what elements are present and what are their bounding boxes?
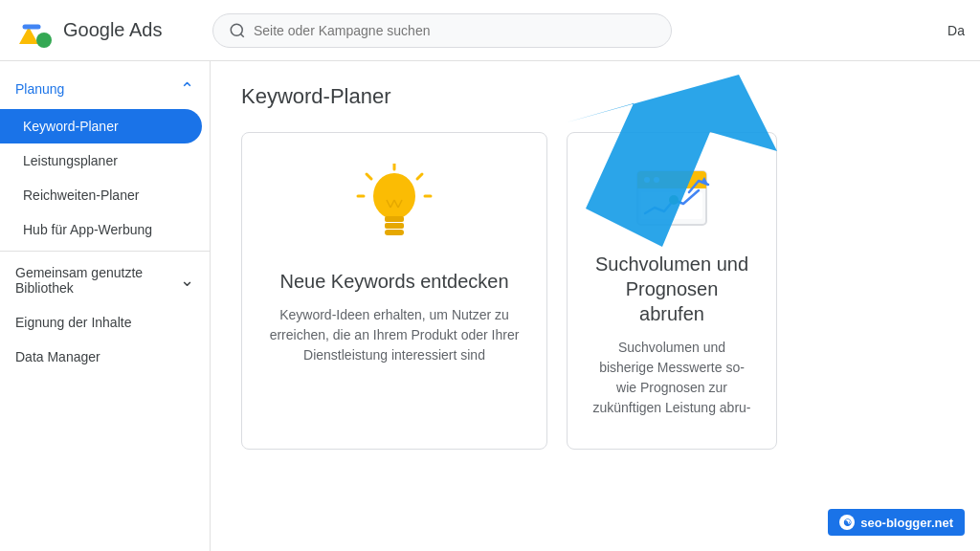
search-input[interactable]	[254, 23, 656, 38]
svg-point-26	[669, 195, 679, 205]
sidebar-item-hub-app-werbung[interactable]: Hub für App-Werbung	[0, 212, 202, 247]
card2-desc: Suchvolumen und bisherige Messwerte so- …	[590, 338, 753, 418]
sidebar-divider-1	[0, 251, 210, 252]
page-title: Keyword-Planer	[241, 84, 949, 109]
card-suchvolumen[interactable]: Suchvolumen und Prognosen abrufen Suchvo…	[567, 132, 777, 450]
card2-title: Suchvolumen und Prognosen abrufen	[590, 252, 753, 326]
search-bar[interactable]	[212, 13, 672, 48]
sidebar-data-manager-section[interactable]: Data Manager	[0, 340, 210, 374]
sidebar-content-label: Eignung der Inhalte	[15, 315, 194, 330]
svg-line-10	[417, 174, 422, 179]
search-icon	[229, 22, 246, 39]
sidebar-data-manager-label: Data Manager	[15, 349, 194, 364]
sidebar: Planung ⌃ Keyword-Planer Leistungsplaner…	[0, 61, 211, 551]
logo-text: Google Ads	[63, 19, 162, 41]
svg-rect-15	[385, 230, 404, 235]
logo-area: Google Ads	[15, 11, 197, 50]
svg-rect-14	[385, 223, 404, 229]
svg-point-1	[36, 33, 52, 48]
svg-rect-13	[385, 216, 404, 222]
card1-icon	[356, 164, 433, 253]
sidebar-library-section[interactable]: Gemeinsam genutzte Bibliothek ⌄	[0, 255, 210, 305]
card1-title: Neue Keywords entdecken	[279, 269, 508, 294]
watermark-icon: ☯	[839, 515, 855, 530]
main-layout: Planung ⌃ Keyword-Planer Leistungsplaner…	[0, 61, 980, 551]
sidebar-item-leistungsplaner[interactable]: Leistungsplaner	[0, 143, 202, 178]
svg-point-23	[644, 177, 650, 183]
svg-line-4	[240, 33, 243, 36]
card-neue-keywords[interactable]: Neue Keywords entdecken Keyword-Ideen er…	[241, 132, 547, 450]
watermark-text: seo-blogger.net	[860, 516, 953, 530]
card2-icon	[634, 164, 710, 236]
chevron-up-icon: ⌃	[180, 78, 194, 99]
topbar-right: Da	[947, 23, 965, 38]
svg-marker-0	[19, 27, 38, 44]
google-ads-logo-icon	[15, 11, 54, 50]
chart-icon	[634, 164, 710, 232]
chevron-down-icon: ⌄	[180, 270, 194, 291]
sidebar-item-keyword-planer[interactable]: Keyword-Planer	[0, 109, 202, 143]
main-content: Keyword-Planer	[211, 61, 980, 551]
watermark: ☯ seo-blogger.net	[828, 509, 965, 536]
sidebar-planning-label: Planung	[15, 81, 64, 97]
sidebar-item-reichweiten-planer[interactable]: Reichweiten-Planer	[0, 178, 202, 212]
sidebar-content-section[interactable]: Eignung der Inhalte	[0, 305, 210, 340]
topbar: Google Ads Da	[0, 0, 980, 61]
svg-point-24	[654, 177, 659, 183]
sidebar-planning-header[interactable]: Planung ⌃	[0, 69, 210, 109]
card1-desc: Keyword-Ideen erhalten, um Nutzer zu err…	[265, 305, 523, 365]
svg-point-3	[231, 24, 242, 35]
svg-point-7	[373, 173, 415, 219]
sidebar-library-label: Gemeinsam genutzte Bibliothek ⌄	[15, 265, 194, 296]
svg-line-9	[367, 174, 371, 179]
cards-container: Neue Keywords entdecken Keyword-Ideen er…	[241, 132, 949, 450]
lightbulb-icon	[356, 164, 433, 250]
